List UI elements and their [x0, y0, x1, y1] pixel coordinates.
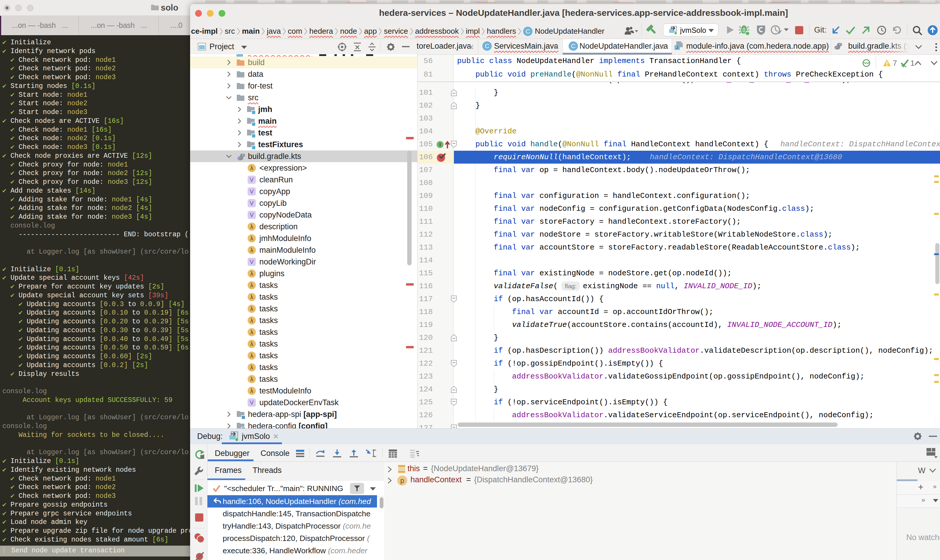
svg-text:J: J: [676, 45, 678, 50]
svg-text:I: I: [439, 142, 441, 148]
